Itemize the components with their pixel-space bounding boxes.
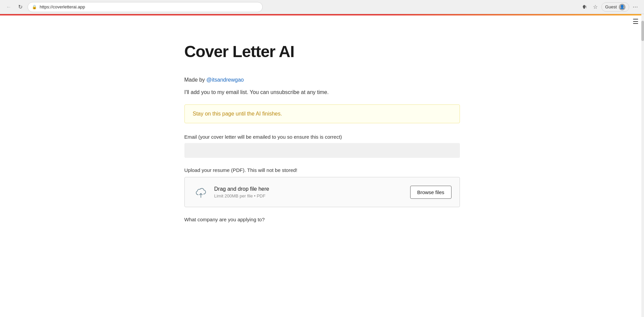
made-by-prefix: Made by xyxy=(184,77,207,83)
upload-left: Drag and drop file here Limit 200MB per … xyxy=(193,184,269,200)
avatar: 👤 xyxy=(619,4,626,10)
scrollbar[interactable] xyxy=(641,14,644,249)
more-icon: ⋯ xyxy=(633,4,638,10)
email-label: Email (your cover letter will be emailed… xyxy=(184,134,460,140)
refresh-button[interactable]: ↻ xyxy=(15,2,25,12)
main-content: Cover Letter AI Made by @itsandrewgao I'… xyxy=(171,15,473,249)
upload-label: Upload your resume (PDF). This will not … xyxy=(184,167,460,173)
hamburger-icon: ☰ xyxy=(633,18,639,25)
upload-limit-text: Limit 200MB per file • PDF xyxy=(214,193,269,198)
company-label: What company are you applying to? xyxy=(184,217,460,222)
lock-icon: 🔒 xyxy=(32,5,37,9)
warning-box: Stay on this page until the AI finishes. xyxy=(184,104,460,123)
made-by-link[interactable]: @itsandrewgao xyxy=(206,77,244,83)
upload-area: Drag and drop file here Limit 200MB per … xyxy=(184,177,460,207)
avatar-icon: 👤 xyxy=(620,5,625,9)
favorites-button[interactable]: ☆ xyxy=(591,2,600,12)
url-text: https://coverletterai.app xyxy=(40,4,258,9)
page-title: Cover Letter AI xyxy=(184,42,460,61)
made-by: Made by @itsandrewgao xyxy=(184,77,460,83)
back-button[interactable]: ← xyxy=(4,2,13,12)
address-bar[interactable]: 🔒 https://coverletterai.app xyxy=(28,2,263,12)
nav-buttons: ← ↻ xyxy=(4,2,25,12)
email-notice: I'll add you to my email list. You can u… xyxy=(184,88,460,96)
read-aloud-icon: 🗣 xyxy=(582,4,587,10)
email-input[interactable] xyxy=(184,143,460,158)
cloud-upload-icon xyxy=(193,184,209,200)
upload-text: Drag and drop file here Limit 200MB per … xyxy=(214,186,269,198)
profile-label: Guest xyxy=(605,4,617,9)
upload-drag-text: Drag and drop file here xyxy=(214,186,269,192)
more-button[interactable]: ⋯ xyxy=(631,2,640,12)
scrollbar-thumb[interactable] xyxy=(641,21,644,41)
read-aloud-button[interactable]: 🗣 xyxy=(580,2,589,12)
back-icon: ← xyxy=(6,4,11,10)
profile-button[interactable]: Guest 👤 xyxy=(601,2,629,12)
browse-files-button[interactable]: Browse files xyxy=(410,186,452,199)
hamburger-menu[interactable]: ☰ xyxy=(633,17,639,26)
browser-chrome: ← ↻ 🔒 https://coverletterai.app 🗣 ☆ Gues… xyxy=(0,0,644,14)
browser-right-controls: 🗣 ☆ Guest 👤 ⋯ xyxy=(580,2,640,12)
star-icon: ☆ xyxy=(593,4,598,10)
refresh-icon: ↻ xyxy=(18,4,23,10)
warning-text: Stay on this page until the AI finishes. xyxy=(193,111,282,117)
